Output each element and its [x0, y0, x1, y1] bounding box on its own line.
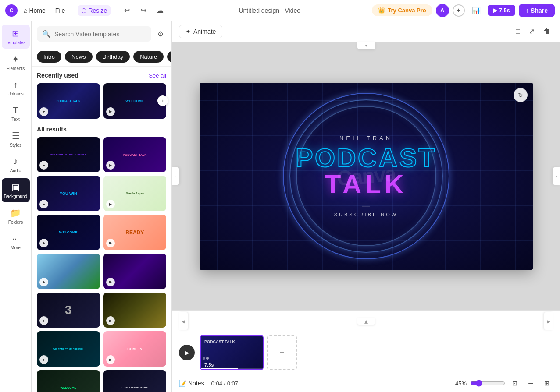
template-card-14[interactable]: ▶ — [103, 370, 167, 392]
sidebar-item-styles[interactable]: ☰ Styles — [2, 127, 30, 151]
tags-row: Intro News Birthday Nature Hall — [32, 47, 171, 67]
grid-view-button[interactable]: ⊞ — [541, 378, 553, 388]
play-btn-ar-8[interactable]: ▶ — [106, 278, 115, 286]
page-view-button[interactable]: ☰ — [524, 378, 537, 388]
template-card-8[interactable]: ▶ — [103, 254, 167, 289]
cloud-save-button[interactable]: ☁ — [153, 4, 167, 18]
sidebar-item-uploads[interactable]: ↑ Uploads — [2, 76, 30, 100]
template-card-13[interactable]: ▶ — [37, 370, 100, 392]
play-main-button[interactable]: ▶ — [179, 345, 195, 360]
sidebar-item-templates[interactable]: ⊞ Templates — [2, 25, 30, 49]
timeline-top-bar: ◂ ▴ ▸ — [172, 311, 560, 332]
template-card-6[interactable]: ▶ — [103, 215, 167, 250]
sidebar-icons: ⊞ Templates ✦ Elements ↑ Uploads T Text … — [0, 21, 32, 392]
template-card-2[interactable]: ▶ — [103, 137, 167, 173]
play-btn-ar-7[interactable]: ▶ — [39, 278, 48, 286]
recently-used-template-2[interactable]: ▶ — [103, 83, 167, 119]
top-panel-handle[interactable]: ▾ — [357, 42, 375, 49]
play-button-2[interactable]: ▶ — [106, 107, 115, 116]
tag-hall[interactable]: Hall — [167, 51, 171, 63]
trash-button[interactable]: 🗑 — [541, 25, 553, 38]
play-btn-ar-1[interactable]: ▶ — [39, 161, 48, 170]
tag-nature[interactable]: Nature — [133, 51, 164, 63]
tag-intro[interactable]: Intro — [37, 51, 61, 63]
dot-1 — [203, 357, 205, 360]
redo-button[interactable]: ↪ — [136, 4, 150, 18]
canvas-frame[interactable]: NEIL TRAN PODCAST TALK — SUBSCRIBE NOW C… — [200, 83, 533, 270]
play-button-1[interactable]: ▶ — [39, 107, 48, 116]
try-pro-button[interactable]: 👑 Try Canva Pro — [372, 4, 432, 16]
timer-button[interactable]: ▶ 7.5s — [488, 5, 515, 16]
see-all-button[interactable]: See all — [149, 72, 166, 79]
audio-label: Audio — [10, 168, 21, 173]
play-btn-ar-6[interactable]: ▶ — [106, 239, 115, 247]
play-btn-ar-3[interactable]: ▶ — [39, 200, 48, 208]
templates-grid: ▶ ▶ ▶ ▶ ▶ ▶ ▶ — [37, 137, 166, 392]
template-card-7[interactable]: ▶ — [37, 254, 100, 289]
topbar-left: C ⌂ Home File ⬡ Resize ↩ ↪ ☁ — [5, 4, 167, 18]
tag-birthday[interactable]: Birthday — [96, 51, 130, 63]
sidebar-item-audio[interactable]: ♪ Audio — [2, 153, 30, 177]
timeline-center-handle[interactable]: ▴ — [357, 318, 375, 325]
hide-left-handle[interactable]: ◂ — [179, 312, 188, 330]
play-btn-ar-12[interactable]: ▶ — [106, 355, 115, 364]
zoom-slider[interactable] — [470, 380, 505, 387]
more-recently-used-button[interactable]: › — [157, 95, 168, 106]
crown-icon: 👑 — [378, 7, 385, 14]
sidebar-item-background[interactable]: ▣ Background — [2, 178, 30, 202]
home-label: Home — [29, 7, 45, 14]
play-btn-ar-4[interactable]: ▶ — [106, 200, 115, 208]
thumb-duration: 7.5s — [204, 362, 214, 367]
play-btn-ar-11[interactable]: ▶ — [39, 355, 48, 364]
template-card-4[interactable]: ▶ — [103, 176, 167, 211]
template-card-1[interactable]: ▶ — [37, 137, 100, 173]
timeline-thumb-1[interactable]: PODCAST TALK 7.5s — [200, 335, 264, 370]
play-btn-ar-10[interactable]: ▶ — [106, 316, 115, 325]
fit-view-button[interactable]: ⊡ — [509, 378, 521, 388]
recently-used-template-1[interactable]: ▶ — [37, 83, 100, 119]
template-card-9[interactable]: ▶ — [37, 293, 100, 328]
share-button[interactable]: ↑ Share — [519, 4, 555, 17]
sidebar-item-text[interactable]: T Text — [2, 102, 30, 125]
play-btn-ar-9[interactable]: ▶ — [39, 316, 48, 325]
present-button[interactable]: □ — [513, 25, 523, 38]
timeline-controls: ▶ PODCAST TALK 7.5s + — [172, 332, 560, 374]
templates-icon: ⊞ — [12, 28, 19, 39]
template-card-10[interactable]: ▶ — [103, 293, 167, 328]
right-panel-handle[interactable]: › — [553, 167, 560, 185]
document-title: Untitled design - Video — [239, 7, 300, 14]
left-panel-handle[interactable]: ‹ — [172, 167, 179, 185]
file-button[interactable]: File — [52, 5, 69, 16]
add-page-button[interactable]: + — [267, 335, 297, 370]
template-card-3[interactable]: ▶ — [37, 176, 100, 211]
animate-button[interactable]: ✦ Animate — [179, 25, 222, 38]
refresh-button[interactable]: ↻ — [514, 88, 528, 102]
template-card-11[interactable]: ▶ — [37, 331, 100, 367]
fullscreen-button[interactable]: ⤢ — [526, 25, 537, 38]
hide-right-handle[interactable]: ▸ — [544, 312, 553, 330]
timeline: ◂ ▴ ▸ ▶ PODCAST TALK 7.5s — [172, 310, 560, 374]
canva-logo[interactable]: C — [5, 4, 18, 17]
play-btn-ar-5[interactable]: ▶ — [39, 239, 48, 247]
analytics-button[interactable]: 📊 — [468, 4, 484, 16]
home-icon: ⌂ — [24, 7, 27, 14]
template-card-12[interactable]: ▶ — [103, 331, 167, 367]
play-btn-ar-2[interactable]: ▶ — [106, 161, 115, 170]
topbar-right: 👑 Try Canva Pro A + 📊 ▶ 7.5s ↑ Share — [372, 4, 555, 17]
sidebar-item-elements[interactable]: ✦ Elements — [2, 50, 30, 74]
home-button[interactable]: ⌂ Home — [20, 5, 49, 16]
search-input[interactable] — [54, 31, 146, 38]
sidebar-item-folders[interactable]: 📁 Folders — [2, 204, 30, 228]
add-collaborator-button[interactable]: + — [453, 4, 465, 17]
filter-button[interactable]: ⚙ — [155, 27, 166, 41]
user-avatar[interactable]: A — [436, 4, 449, 17]
thumb-progress-indicator — [201, 368, 238, 369]
undo-button[interactable]: ↩ — [120, 4, 134, 18]
notes-button[interactable]: 📝 Notes — [179, 380, 204, 387]
tag-news[interactable]: News — [65, 51, 93, 63]
all-results-header: All results — [37, 126, 166, 133]
sidebar-item-more[interactable]: ··· More — [2, 230, 30, 254]
search-icon: 🔍 — [42, 30, 51, 38]
template-card-5[interactable]: ▶ — [37, 215, 100, 250]
resize-button[interactable]: ⬡ Resize — [78, 5, 111, 16]
